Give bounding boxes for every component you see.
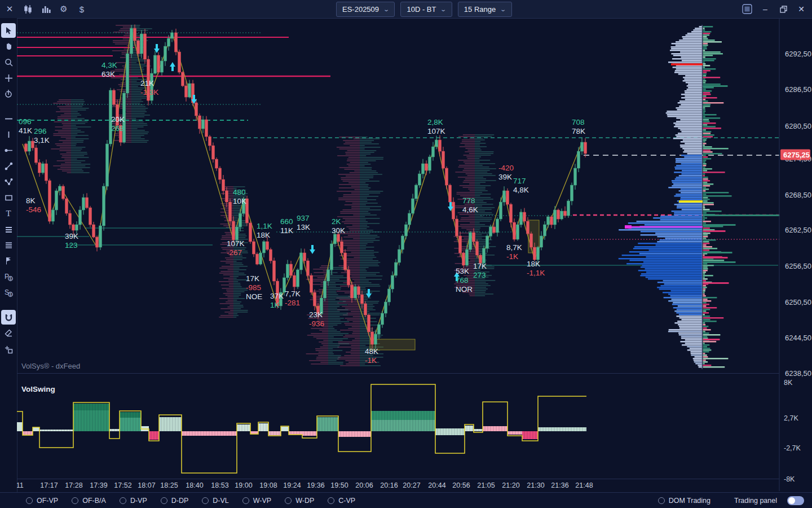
svg-text:660: 660 [280,217,293,226]
period-dropdown[interactable]: 10D - BT ⌄ [400,2,452,17]
period-label: 10D - BT [407,5,436,14]
svg-text:8K: 8K [26,196,36,205]
rotate-tool-icon[interactable] [1,86,16,101]
radio-icon[interactable] [120,497,126,504]
svg-text:2,7K: 2,7K [784,414,798,422]
horizontal-line-tool-icon[interactable] [1,111,16,126]
svg-text:1K: 1K [270,301,280,309]
minimize-icon[interactable]: – [758,2,773,16]
ray-tool-icon[interactable] [1,143,16,157]
svg-text:778: 778 [462,196,475,205]
svg-text:21:30: 21:30 [527,481,544,489]
svg-text:78K: 78K [572,127,585,135]
lines-three-tool-icon[interactable] [1,222,16,237]
option-of-b-a[interactable]: OF-B/A [72,497,106,505]
vertical-line-tool-icon[interactable] [1,127,16,142]
rectangle-tool-icon[interactable] [1,190,16,205]
option-d-vp[interactable]: D-VP [120,497,147,505]
close-chart-icon[interactable]: ✕ [1,1,18,17]
eraser-tool-icon[interactable] [1,326,16,340]
svg-text:3,1K: 3,1K [34,136,50,144]
svg-text:20:44: 20:44 [428,481,445,489]
svg-text:-2,7K: -2,7K [784,444,801,452]
radio-icon[interactable] [658,497,665,504]
svg-text:37K: 37K [270,292,284,300]
svg-text:$: $ [9,292,11,296]
volswing-label: VolSwing [21,385,55,393]
option-w-vp[interactable]: W-VP [242,497,271,505]
radio-icon[interactable] [26,497,33,504]
position-profit-tool-icon[interactable]: P$ [1,269,16,284]
option-d-dp[interactable]: D-DP [161,497,189,505]
cursor-tool-icon[interactable] [1,23,16,38]
radio-icon[interactable] [72,497,78,504]
radio-icon[interactable] [328,497,334,504]
svg-text:1,1K: 1,1K [257,222,272,230]
highlight-boxes[interactable] [370,220,539,350]
option-label: OF-B/A [82,497,106,505]
trading-panel-toggle[interactable] [787,496,804,505]
top-toolbar: ✕ ⚙ $ ES-202509 ⌄ 10D - BT ⌄ 15 Range ⌄ [0,0,812,19]
svg-text:18K: 18K [257,231,270,239]
svg-text:-267: -267 [227,248,242,257]
svg-text:6268,50: 6268,50 [785,191,811,199]
trendline-tool-icon[interactable] [1,159,16,173]
column-chart-icon[interactable] [37,1,54,17]
svg-text:NOR: NOR [456,285,473,294]
close-window-icon[interactable]: ✕ [794,2,809,16]
layout-grid-icon[interactable] [740,2,754,16]
radio-icon[interactable] [242,497,249,504]
option-w-dp[interactable]: W-DP [285,497,314,505]
brush-flag-tool-icon[interactable] [1,253,16,268]
svg-text:6286,50: 6286,50 [785,85,811,94]
polyline-tool-icon[interactable] [1,174,16,189]
svg-text:-1K: -1K [506,252,518,261]
svg-text:19:36: 19:36 [307,481,324,489]
position-stop-tool-icon[interactable]: S$ [1,285,16,300]
svg-text:4,8K: 4,8K [513,186,529,194]
svg-text:11K: 11K [280,226,293,235]
crosshair-plus-tool-icon[interactable] [1,71,16,85]
svg-text:17:52: 17:52 [114,481,131,489]
signal-arrows [154,44,460,298]
option-label: D-DP [171,497,189,505]
option-c-vp[interactable]: C-VP [328,497,355,505]
trading-panel-label: Trading panel [734,497,777,505]
option-label: D-VP [130,497,147,505]
radio-icon[interactable] [161,497,167,504]
option-label: D-VL [213,497,228,505]
chart-selectors: ES-202509 ⌄ 10D - BT ⌄ 15 Range ⌄ [336,2,512,17]
lines-four-tool-icon[interactable] [1,238,16,252]
time-axis[interactable]: 7:1117:1717:2817:3917:5218:0718:2518:401… [17,481,593,489]
radio-icon[interactable] [285,497,292,504]
option-of-vp[interactable]: OF-VP [26,497,58,505]
chevron-down-icon: ⌄ [500,6,507,12]
svg-text:6292,50: 6292,50 [785,50,811,58]
svg-text:48K: 48K [365,347,378,356]
hand-tool-icon[interactable] [1,39,16,54]
svg-text:41K: 41K [19,126,32,135]
settings-gear-icon[interactable]: ⚙ [55,1,72,17]
dom-trading-option[interactable]: DOM Trading [658,497,710,505]
option-label: W-DP [295,497,314,505]
text-tool-icon[interactable]: T [1,206,16,221]
volswing-panel[interactable]: VolSwing8K2,7K-2,7K-8K [17,379,801,483]
symbol-dropdown[interactable]: ES-202509 ⌄ [336,2,395,17]
radio-icon[interactable] [202,497,209,504]
magnet-tool-icon[interactable] [1,310,16,325]
trading-controls: DOM Trading Trading panel [658,496,804,505]
svg-text:8,7K: 8,7K [506,243,522,252]
range-dropdown[interactable]: 15 Range ⌄ [458,2,512,17]
option-d-vl[interactable]: D-VL [202,497,228,505]
dollar-icon[interactable]: $ [73,1,90,17]
restore-icon[interactable] [776,2,791,16]
add-box-tool-icon[interactable] [1,342,16,357]
svg-text:30K: 30K [332,226,345,235]
svg-text:768: 768 [456,276,469,284]
svg-text:4,6K: 4,6K [462,205,478,214]
svg-text:-985: -985 [246,283,261,292]
main-chart[interactable]: 09641K2963,1K8K-54639K1234,3K63K20K26821… [17,18,812,492]
zoom-tool-icon[interactable] [1,55,16,69]
price-axis[interactable]: 6292,506286,506280,506274,506268,506262,… [780,50,811,378]
candlestick-chart-icon[interactable] [19,1,36,17]
